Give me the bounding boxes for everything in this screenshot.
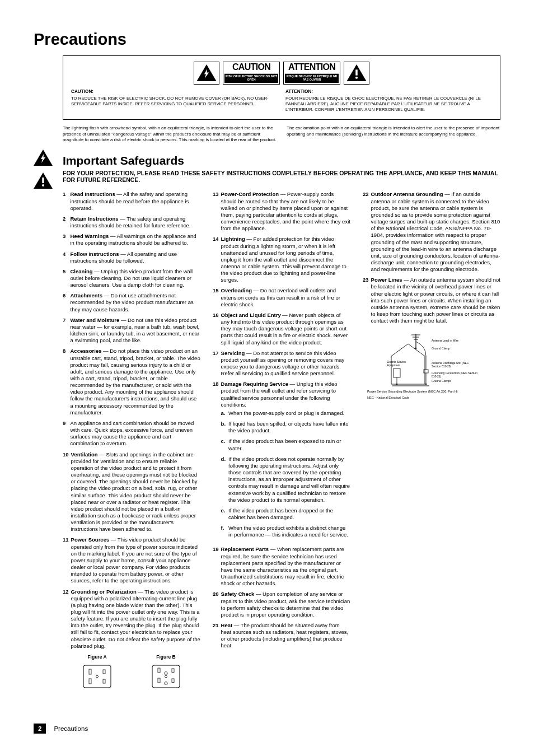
exclamation-icon bbox=[346, 64, 367, 81]
caution-en-body: TO REDUCE THE RISK OF ELECTRIC SHOCK, DO… bbox=[71, 96, 278, 107]
svg-rect-10 bbox=[89, 669, 91, 674]
caution-label-box: CAUTION RISK OF ELECTRIC SHOCK DO NOT OP… bbox=[223, 62, 280, 85]
figure-b-label: Figure B bbox=[132, 654, 200, 660]
label-clamps: Ground Clamps bbox=[432, 379, 452, 382]
page-footer: 2 Precautions bbox=[34, 724, 88, 734]
lightning-bolt-icon bbox=[196, 64, 217, 81]
antenna-grounding-diagram: Antenna Lead in Wire Ground Clamp Antenn… bbox=[386, 328, 478, 389]
label-lead-in: Antenna Lead in Wire bbox=[432, 339, 458, 342]
label-discharge: Antenna Discharge Unit (NEC Section 810-… bbox=[432, 362, 477, 368]
page-title: Precautions bbox=[34, 30, 500, 49]
caution-panel: CAUTION RISK OF ELECTRIC SHOCK DO NOT OP… bbox=[63, 55, 500, 120]
caution-title: CAUTION bbox=[224, 62, 278, 73]
caution-exclamation-box bbox=[344, 62, 369, 85]
svg-rect-8 bbox=[83, 665, 111, 688]
label-nec: NEC - National Electrical Code bbox=[367, 396, 496, 399]
attention-subtitle: RISQUE DE CHOC ELECTRIQUE NE PAS OUVRIR bbox=[285, 74, 339, 83]
label-electrode: Power Service Grounding Electrode System… bbox=[367, 390, 496, 393]
svg-point-30 bbox=[425, 384, 427, 385]
label-clamp: Ground Clamp bbox=[432, 347, 450, 350]
margin-warning-icons bbox=[34, 150, 53, 189]
figure-a-label: Figure A bbox=[63, 654, 132, 660]
attention-label-box: ATTENTION RISQUE DE CHOC ELECTRIQUE NE P… bbox=[283, 62, 340, 85]
instructions-col-1: 1Read Instructions — All the safety and … bbox=[63, 191, 200, 693]
exclamation-icon bbox=[34, 172, 53, 189]
outlet-grounded-icon bbox=[148, 663, 184, 690]
svg-point-3 bbox=[42, 184, 44, 186]
svg-point-29 bbox=[396, 384, 397, 385]
attention-title: ATTENTION bbox=[285, 62, 339, 73]
caution-fr-title: ATTENTION: bbox=[285, 89, 492, 95]
svg-rect-6 bbox=[355, 70, 358, 76]
outlet-polarized-icon bbox=[79, 663, 115, 690]
page-number: 2 bbox=[34, 724, 46, 734]
instructions-col-2: 13Power-Cord Protection — Power-supply c… bbox=[213, 191, 350, 693]
caution-fr-body: POUR REDUIRE LE RISQUE DE CHOC ELECTRIQU… bbox=[285, 96, 492, 113]
lightning-bolt-icon bbox=[34, 150, 53, 166]
svg-rect-18 bbox=[158, 678, 160, 683]
svg-point-9 bbox=[96, 675, 99, 678]
svg-point-7 bbox=[355, 77, 358, 79]
svg-rect-17 bbox=[172, 669, 174, 673]
svg-rect-2 bbox=[42, 178, 44, 183]
instructions-col-3: 22Outdoor Antenna Grounding — If an outs… bbox=[363, 191, 500, 693]
caution-en-title: CAUTION: bbox=[71, 89, 278, 95]
footer-section-name: Precautions bbox=[54, 725, 88, 732]
svg-rect-13 bbox=[103, 679, 105, 683]
lightning-symbol-desc: The lightning flash with arrowhead symbo… bbox=[63, 125, 277, 143]
svg-rect-16 bbox=[158, 668, 160, 673]
svg-point-24 bbox=[415, 348, 416, 349]
svg-rect-27 bbox=[394, 368, 400, 377]
svg-rect-19 bbox=[172, 679, 174, 683]
caution-lightning-box bbox=[194, 62, 219, 85]
exclamation-symbol-desc: The exclamation point within an equilate… bbox=[287, 125, 500, 143]
label-conductors: Grounding Conductors (NEC Section 810-21… bbox=[432, 372, 477, 378]
svg-rect-12 bbox=[89, 679, 91, 684]
outlet-diagrams bbox=[63, 663, 200, 690]
svg-rect-25 bbox=[424, 370, 428, 373]
safeguards-title: Important Safeguards bbox=[63, 154, 500, 167]
safeguards-subtitle: FOR YOUR PROTECTION, PLEASE READ THESE S… bbox=[63, 170, 500, 183]
svg-rect-11 bbox=[103, 670, 105, 674]
label-service: Electric Service Equipment bbox=[387, 361, 414, 367]
svg-point-15 bbox=[165, 675, 167, 678]
caution-subtitle: RISK OF ELECTRIC SHOCK DO NOT OPEN bbox=[224, 74, 278, 83]
